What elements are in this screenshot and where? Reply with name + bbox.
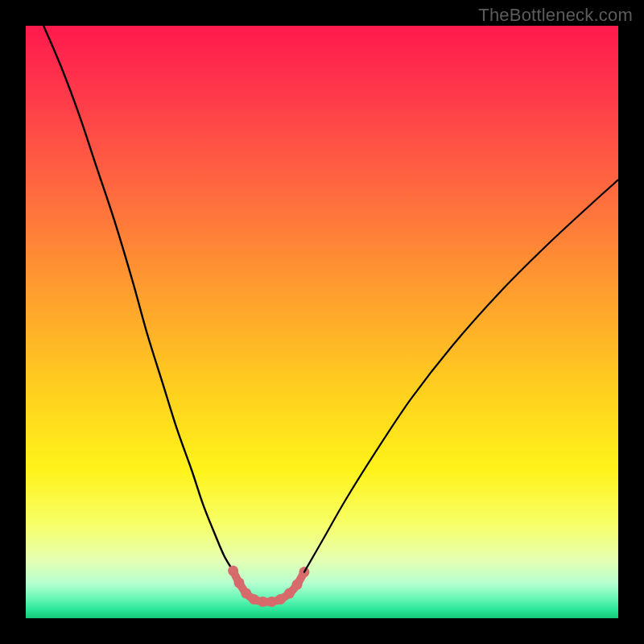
trough-bead [228,566,238,576]
series-right-ascent [304,180,618,572]
trough-bead [249,594,259,605]
trough-bead [275,594,286,605]
curve-layer [26,26,618,618]
trough-bead [266,597,277,607]
outer-frame: TheBottleneck.com [0,0,644,644]
trough-bead [284,588,295,599]
trough-bead [233,577,244,588]
series-left-descent [43,26,233,571]
plot-area [26,26,618,618]
trough-bead [292,580,303,590]
watermark-text: TheBottleneck.com [478,5,633,26]
